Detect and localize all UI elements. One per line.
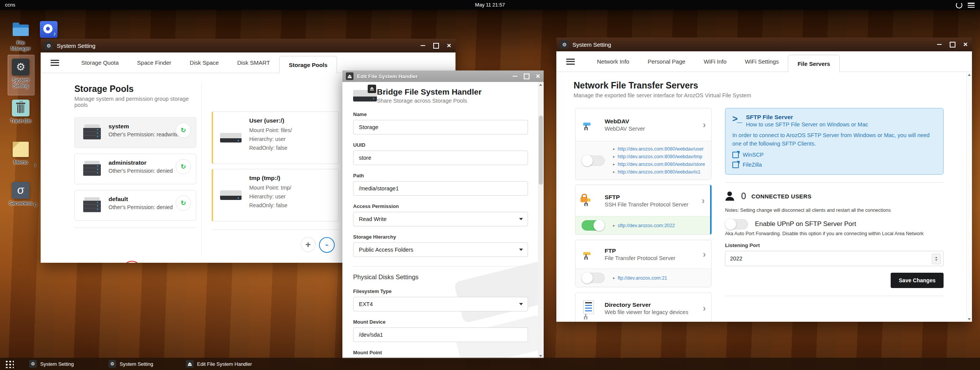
tab-space-finder[interactable]: Space Finder bbox=[128, 52, 181, 73]
path-input[interactable]: /media/storage1 bbox=[353, 181, 528, 196]
ftp-card[interactable]: FTP File Transfer Protocol Server › ▸ftp… bbox=[575, 240, 712, 287]
storage-hierarchy-label: Storage Hierarchy bbox=[353, 234, 528, 240]
desktop-icon-system-setting[interactable]: ⚙ SystemSetting bbox=[3, 59, 38, 89]
clock-label: May 11 21:57 bbox=[0, 2, 980, 8]
sync-pool-button[interactable]: ↻ bbox=[176, 159, 191, 174]
window-body: Bridge File System Handler Share Storage… bbox=[342, 82, 538, 359]
tab-storage-pools[interactable]: Storage Pools bbox=[279, 56, 337, 74]
title-bar[interactable]: ⚙ System Setting × bbox=[556, 38, 972, 51]
hidden-icon-label-fragment: I bbox=[35, 162, 36, 168]
close-button[interactable]: × bbox=[532, 70, 544, 82]
chevron-right-icon[interactable]: › bbox=[702, 196, 705, 205]
taskbar-item-system-setting-2[interactable]: ⚙ System Setting bbox=[109, 358, 153, 370]
tab-personal-page[interactable]: Personal Page bbox=[638, 51, 694, 72]
maximize-button[interactable] bbox=[946, 38, 959, 51]
mount-card-user[interactable]: User (user:/) Mount Point: files/ Hierar… bbox=[212, 111, 339, 164]
mount-point-label: Mount Point bbox=[353, 350, 528, 355]
tab-file-servers[interactable]: File Servers bbox=[788, 55, 840, 72]
webdav-card[interactable]: WebDAV WebDAV Server › ▸http://dev.arozo… bbox=[575, 108, 712, 180]
tab-wifi-settings[interactable]: WiFi Settings bbox=[736, 51, 788, 72]
desktop-icon-file-manager[interactable]: FileManager bbox=[3, 21, 38, 52]
save-changes-button[interactable]: Save Changes bbox=[891, 273, 944, 288]
maximize-button[interactable] bbox=[429, 39, 442, 52]
sftp-card[interactable]: SFTP SSH File Transfer Protocol Server ›… bbox=[575, 185, 712, 235]
number-spinner[interactable] bbox=[932, 254, 941, 264]
window-scrollbar[interactable] bbox=[538, 82, 544, 359]
window-system-setting-file-servers: ⚙ System Setting × Network Info Personal… bbox=[556, 38, 972, 322]
upnp-toggle[interactable] bbox=[725, 219, 748, 229]
add-fsh-button[interactable]: + bbox=[301, 237, 316, 252]
scroll-down-arrow[interactable] bbox=[539, 355, 542, 357]
sftp-link[interactable]: sftp://dev.arozos.com:2022 bbox=[618, 222, 675, 229]
scroll-up-arrow[interactable] bbox=[968, 74, 971, 76]
webdav-link[interactable]: http://dev.arozos.com:8080/webdav/is1 bbox=[618, 168, 700, 176]
app-launcher-grid-icon[interactable] bbox=[5, 360, 14, 368]
window-scrollbar[interactable] bbox=[966, 72, 972, 322]
close-button[interactable]: × bbox=[959, 38, 972, 51]
scroll-up-arrow[interactable] bbox=[539, 84, 542, 86]
chevron-right-icon[interactable]: › bbox=[703, 304, 706, 313]
dropdown-caret-icon bbox=[519, 218, 523, 220]
tab-wifi-info[interactable]: WiFi Info bbox=[695, 51, 736, 72]
ftp-link[interactable]: ftp://dev.arozos.com:21 bbox=[618, 274, 667, 282]
tab-network-info[interactable]: Network Info bbox=[588, 51, 638, 72]
storage-hierarchy-select[interactable]: Public Access Folders bbox=[353, 242, 528, 257]
filezilla-link[interactable]: FileZilla bbox=[732, 162, 936, 168]
uuid-input[interactable]: store bbox=[353, 151, 528, 165]
winscp-link[interactable]: WinSCP bbox=[732, 152, 936, 158]
gear-icon: ⚙ bbox=[12, 59, 30, 75]
title-bar[interactable]: Edit File System Handler × bbox=[342, 70, 544, 82]
mount-device-input[interactable]: /dev/sda1 bbox=[353, 327, 528, 342]
desktop-icon-serverless[interactable]: σ Serverless bbox=[3, 182, 38, 206]
sync-pool-button[interactable]: ↻ bbox=[176, 195, 191, 211]
divider bbox=[725, 182, 944, 183]
tab-disk-space[interactable]: Disk Space bbox=[181, 52, 228, 73]
access-permission-select[interactable]: Read Write bbox=[353, 212, 528, 226]
bullet-icon: ▸ bbox=[613, 154, 615, 160]
mount-card-tmp[interactable]: tmp (tmp:/) Mount Point: tmp/ Hierarchy:… bbox=[212, 169, 339, 221]
pool-card-system[interactable]: system Other's Permission: readwrite ↻ bbox=[74, 117, 196, 148]
listening-port-input[interactable]: 2022 bbox=[725, 251, 944, 266]
bridge-disk-icon bbox=[353, 90, 377, 102]
sidebar-toggle-icon[interactable] bbox=[566, 59, 575, 65]
tab-disk-smart[interactable]: Disk SMART bbox=[228, 52, 280, 73]
desktop-icon-music[interactable]: ♪ bbox=[40, 21, 58, 38]
minimize-button[interactable] bbox=[416, 39, 429, 52]
chevron-right-icon[interactable]: › bbox=[703, 120, 706, 129]
scroll-down-arrow[interactable] bbox=[968, 318, 971, 320]
webdav-link[interactable]: http://dev.arozos.com:8080/webdav/tmp bbox=[618, 153, 702, 160]
directory-server-card[interactable]: Directory Server Web file viewer for leg… bbox=[575, 293, 712, 322]
name-input[interactable]: Storage bbox=[353, 120, 528, 134]
scrollbar-thumb[interactable] bbox=[539, 116, 543, 185]
sidebar-toggle-icon[interactable] bbox=[51, 60, 59, 66]
pool-card-default[interactable]: default Other's Permission: denied ↻ bbox=[74, 190, 196, 221]
bridge-fsh-button[interactable]: ⌁ bbox=[319, 237, 335, 253]
sftp-toggle[interactable] bbox=[582, 220, 605, 231]
chevron-right-icon[interactable]: › bbox=[703, 250, 706, 259]
window-body: Network File Transfer Servers Manage the… bbox=[556, 72, 972, 322]
loading-spinner-icon bbox=[956, 2, 962, 8]
minimize-button[interactable] bbox=[509, 70, 521, 82]
uuid-label: UUID bbox=[353, 142, 528, 148]
sync-pool-button[interactable]: ↻ bbox=[176, 123, 191, 138]
taskbar-item-system-setting-1[interactable]: ⚙ System Setting bbox=[29, 358, 74, 370]
webdav-toggle[interactable] bbox=[582, 156, 605, 166]
pool-card-administrator[interactable]: administrator Other's Permission: denied… bbox=[74, 154, 196, 184]
minimize-button[interactable] bbox=[933, 38, 946, 51]
hamburger-menu-icon[interactable] bbox=[968, 3, 975, 8]
taskbar-item-edit-fsh[interactable]: Edit File System Handler bbox=[186, 358, 252, 370]
bullet-icon: ▸ bbox=[613, 169, 615, 175]
desktop-icon-memo[interactable]: Memo bbox=[3, 141, 38, 165]
title-bar[interactable]: ⚙ System Setting × bbox=[41, 39, 455, 52]
filesystem-type-select[interactable]: EXT4 bbox=[353, 297, 528, 311]
close-button[interactable]: × bbox=[442, 39, 455, 52]
desktop-icon-trash-bin[interactable]: Trash Bin bbox=[3, 100, 38, 124]
ftp-toggle[interactable] bbox=[582, 273, 605, 283]
reload-pools-button[interactable]: ↻ bbox=[122, 261, 141, 263]
maximize-button[interactable] bbox=[521, 70, 532, 82]
column-divider bbox=[201, 83, 202, 255]
webdav-link[interactable]: http://dev.arozos.com:8080/webdav/store bbox=[618, 160, 705, 168]
terminal-icon: >_ bbox=[732, 114, 741, 128]
webdav-link[interactable]: http://dev.arozos.com:8080/webdav/user bbox=[618, 145, 704, 153]
tab-storage-quota[interactable]: Storage Quota bbox=[72, 52, 128, 73]
